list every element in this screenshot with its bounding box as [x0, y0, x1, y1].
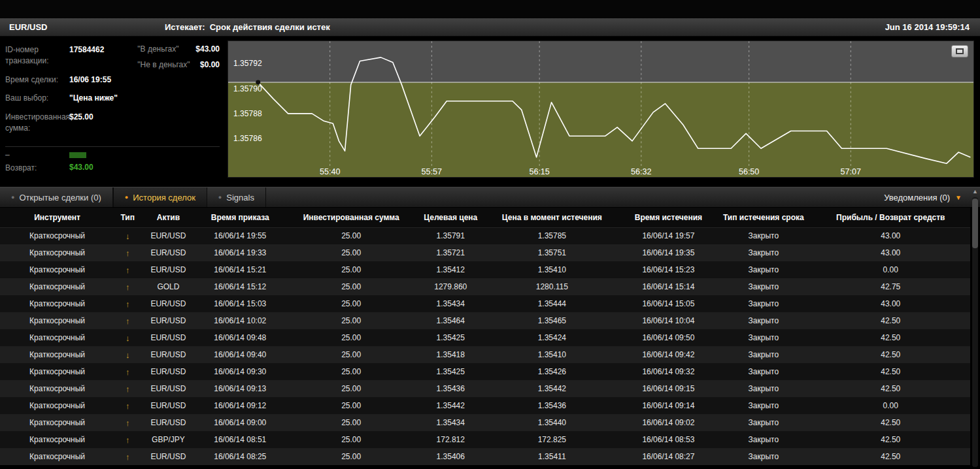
- price-chart: 55:4055:5756:1556:3256:5057:071.357921.3…: [228, 41, 973, 177]
- table-row: Краткосрочный↑EUR/USD16/06/14 08:2525.00…: [0, 448, 970, 465]
- trading-app: EUR/USD Истекает: Срок действия сделки и…: [0, 0, 980, 469]
- table-cell: Закрыто: [716, 227, 811, 244]
- column-header: Инструмент: [0, 208, 114, 227]
- table-cell: Краткосрочный: [0, 261, 114, 278]
- svg-text:57:07: 57:07: [841, 167, 861, 176]
- table-cell: 43.00: [811, 244, 970, 261]
- table-row: Краткосрочный↑EUR/USD16/06/14 09:1225.00…: [0, 397, 970, 414]
- table-cell: 1.35791: [418, 227, 483, 244]
- top-section: ID-номер транзакции: 17584462 Время сдел…: [0, 37, 980, 187]
- table-header-row: ИнструментТипАктивВремя приказаИнвестиро…: [0, 208, 970, 227]
- column-header: Тип: [114, 208, 141, 227]
- table-cell: GBP/JPY: [141, 431, 196, 448]
- info-row-choice: Ваш выбор: "Цена ниже": [5, 93, 137, 104]
- table-cell: Краткосрочный: [0, 244, 114, 261]
- table-cell: 1.35440: [483, 414, 621, 431]
- arrow-up-icon: ↑: [126, 384, 130, 394]
- table-cell: Краткосрочный: [0, 346, 114, 363]
- table-cell: 42.50: [811, 363, 970, 380]
- direction-cell: ↑: [114, 312, 141, 329]
- info-row-id: ID-номер транзакции: 17584462: [5, 44, 137, 67]
- table-cell: 25.00: [284, 261, 418, 278]
- table-cell: 1279.860: [418, 278, 483, 295]
- in-the-money-row: "В деньгах" $43.00: [137, 44, 220, 54]
- table-cell: Краткосрочный: [0, 295, 114, 312]
- svg-text:1.35790: 1.35790: [233, 84, 262, 93]
- column-header: Цена в момент истечения: [483, 208, 621, 227]
- monitor-icon: [956, 48, 964, 54]
- table-cell: Закрыто: [716, 312, 811, 329]
- table-row: Краткосрочный↑GOLD16/06/14 15:1225.00127…: [0, 278, 970, 295]
- table-cell: 16/06/14 09:00: [196, 414, 284, 431]
- tab-signals[interactable]: ● Signals: [207, 187, 266, 207]
- table-cell: Закрыто: [716, 278, 811, 295]
- table-cell: 1.35412: [418, 261, 483, 278]
- table-row: Краткосрочный↑EUR/USD16/06/14 15:2125.00…: [0, 261, 970, 278]
- info-value: $25.00: [69, 112, 93, 135]
- table-cell: EUR/USD: [141, 244, 196, 261]
- return-value: $43.00: [69, 163, 93, 174]
- info-value: 16/06 19:55: [69, 74, 111, 86]
- direction-cell: ↑: [114, 397, 141, 414]
- arrow-up-icon: ↑: [126, 367, 130, 377]
- table-cell: Краткосрочный: [0, 397, 114, 414]
- bottom-section: ● Открытые сделки (0) ● История сделок ●…: [0, 187, 980, 469]
- obscured-label: –: [5, 150, 69, 159]
- table-cell: 25.00: [284, 346, 418, 363]
- table-cell: Закрыто: [716, 329, 811, 346]
- table-cell: 1.35444: [483, 295, 621, 312]
- table-cell: 16/06/14 19:57: [621, 227, 716, 244]
- table-cell: 16/06/14 09:50: [621, 329, 716, 346]
- arrow-up-icon: ↑: [126, 452, 130, 462]
- tab-label: Открытые сделки (0): [19, 193, 101, 202]
- table-cell: Краткосрочный: [0, 227, 114, 244]
- notifications-dropdown[interactable]: Уведомления (0) ▼: [873, 187, 980, 207]
- column-header: Тип истечения срока: [716, 208, 811, 227]
- table-cell: EUR/USD: [141, 380, 196, 397]
- arrow-up-icon: ↑: [126, 265, 130, 275]
- table-cell: 1.35406: [418, 448, 483, 465]
- scrollbar-thumb[interactable]: [972, 199, 978, 248]
- table-row: Краткосрочный↑EUR/USD16/06/14 15:0325.00…: [0, 295, 970, 312]
- svg-text:56:50: 56:50: [739, 167, 759, 176]
- svg-text:1.35788: 1.35788: [233, 109, 262, 118]
- scroll-up-arrow-icon[interactable]: ▲: [971, 187, 979, 196]
- table-cell: 25.00: [284, 227, 418, 244]
- info-row-invested: Инвестированная сумма: $25.00: [5, 112, 137, 135]
- svg-text:55:40: 55:40: [320, 167, 340, 176]
- money-label: "В деньгах": [137, 44, 178, 54]
- table-cell: 1.35434: [418, 295, 483, 312]
- table-cell: 1.35424: [483, 329, 621, 346]
- table-cell: 16/06/14 09:15: [621, 380, 716, 397]
- tab-open-trades[interactable]: ● Открытые сделки (0): [0, 187, 113, 207]
- table-cell: Краткосрочный: [0, 329, 114, 346]
- money-value: $0.00: [200, 60, 220, 69]
- vertical-scrollbar: ▲: [971, 187, 979, 469]
- table-cell: 1280.115: [483, 278, 621, 295]
- direction-cell: ↑: [114, 380, 141, 397]
- top-strip: [0, 0, 980, 18]
- obscured-value-fragment: [69, 152, 86, 158]
- column-header: Инвестированная сумма: [284, 208, 418, 227]
- table-cell: 1.35425: [418, 329, 483, 346]
- trade-history-table: ИнструментТипАктивВремя приказаИнвестиро…: [0, 208, 970, 465]
- direction-cell: ↑: [114, 244, 141, 261]
- table-cell: Краткосрочный: [0, 448, 114, 465]
- table-cell: Краткосрочный: [0, 278, 114, 295]
- tab-trade-history[interactable]: ● История сделок: [113, 187, 207, 207]
- trade-info-panel: ID-номер транзакции: 17584462 Время сдел…: [0, 37, 226, 187]
- chart-popout-button[interactable]: [951, 45, 968, 57]
- svg-text:1.35792: 1.35792: [233, 59, 262, 68]
- table-cell: 25.00: [284, 380, 418, 397]
- table-cell: Закрыто: [716, 431, 811, 448]
- return-row: Возврат: $43.00: [5, 163, 220, 174]
- svg-text:55:57: 55:57: [422, 167, 442, 176]
- clock: Jun 16 2014 19:59:14: [885, 22, 970, 32]
- table-row: Краткосрочный↑EUR/USD16/06/14 09:0025.00…: [0, 414, 970, 431]
- table-cell: 42.50: [811, 380, 970, 397]
- scrollbar-track[interactable]: [972, 197, 978, 467]
- table-row: Краткосрочный↓EUR/USD16/06/14 09:4025.00…: [0, 346, 970, 363]
- table-cell: 42.50: [811, 414, 970, 431]
- column-header: Время истечения: [621, 208, 716, 227]
- table-cell: 172.825: [483, 431, 621, 448]
